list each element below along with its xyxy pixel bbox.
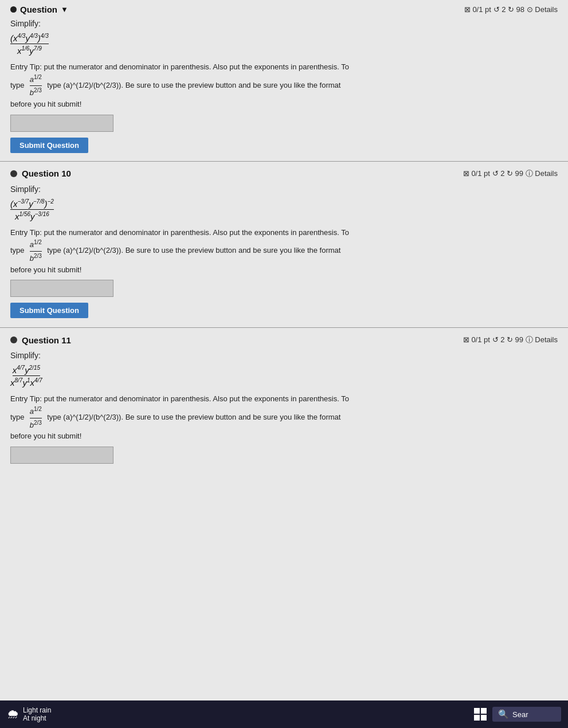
taskbar-right: 🔍 Sear — [474, 707, 561, 722]
submit-button-partial[interactable]: Submit Question — [10, 138, 88, 153]
math-expression: (x4/3y4/3)4/3 x1/6y7/9 — [10, 33, 558, 56]
fraction-11: x4/7y2/15 x8/7y1x4/7 — [10, 365, 42, 388]
numerator-11: x4/7y2/15 — [13, 365, 40, 376]
fraction-10: (x−3/7y−7/8)−2 x1/56y−3/16 — [10, 198, 54, 221]
answer-input-10[interactable] — [10, 280, 113, 297]
weather-widget: 🌧 Light rain At night — [7, 706, 51, 722]
search-icon: 🔍 — [498, 709, 509, 719]
fraction: (x4/3y4/3)4/3 x1/6y7/9 — [10, 33, 49, 56]
partial-title-text: Question — [20, 5, 57, 14]
question10-block: Question 10 ⊠ 0/1 pt ↺ 2 ↻ 99 ⓘ Details … — [0, 162, 568, 328]
chevron-down-icon[interactable]: ▼ — [61, 5, 68, 14]
bullet-dot-10 — [10, 170, 17, 177]
bullet-dot — [10, 6, 17, 13]
inline-fraction-11: a1/2 b2/3 — [30, 405, 42, 431]
partial-question-title: Question ▼ — [10, 5, 68, 14]
taskbar-left: 🌧 Light rain At night — [7, 706, 51, 722]
bullet-dot-11 — [10, 336, 17, 343]
simplify-label-11: Simplify: — [10, 351, 558, 360]
partial-question-meta: ⊠ 0/1 pt ↺ 2 ↻ 98 ⊙ Details — [464, 5, 558, 14]
submit-button-10[interactable]: Submit Question — [10, 303, 88, 318]
inline-fraction: a1/2 b2/3 — [30, 73, 42, 99]
simplify-label-10: Simplify: — [10, 185, 558, 194]
simplify-label: Simplify: — [10, 19, 558, 28]
entry-tip-11: Entry Tip: put the numerator and denomin… — [10, 393, 558, 442]
windows-icon[interactable] — [474, 708, 487, 721]
question10-header: Question 10 ⊠ 0/1 pt ↺ 2 ↻ 99 ⓘ Details — [10, 169, 558, 179]
weather-text: Light rain At night — [23, 706, 51, 722]
question11-meta: ⊠ 0/1 pt ↺ 2 ↻ 99 ⓘ Details — [463, 335, 558, 345]
partial-question-block: Question ▼ ⊠ 0/1 pt ↺ 2 ↻ 98 ⊙ Details S… — [0, 0, 568, 162]
denominator-11: x8/7y1x4/7 — [10, 377, 42, 388]
entry-tip: Entry Tip: put the numerator and denomin… — [10, 61, 558, 110]
question11-title: Question 11 — [10, 335, 71, 345]
question11-block: Question 11 ⊠ 0/1 pt ↺ 2 ↻ 99 ⓘ Details … — [0, 328, 568, 479]
numerator: (x4/3y4/3)4/3 — [10, 33, 49, 44]
denominator-10: x1/56y−3/16 — [15, 210, 49, 221]
entry-tip-10: Entry Tip: put the numerator and denomin… — [10, 227, 558, 276]
numerator-10: (x−3/7y−7/8)−2 — [10, 198, 54, 210]
partial-question-header: Question ▼ ⊠ 0/1 pt ↺ 2 ↻ 98 ⊙ Details — [10, 5, 558, 14]
search-label: Sear — [512, 710, 528, 719]
search-bar[interactable]: 🔍 Sear — [492, 707, 561, 722]
inline-fraction-10: a1/2 b2/3 — [30, 238, 42, 264]
question11-header: Question 11 ⊠ 0/1 pt ↺ 2 ↻ 99 ⓘ Details — [10, 335, 558, 345]
weather-icon: 🌧 — [7, 707, 19, 722]
taskbar: 🌧 Light rain At night 🔍 Sear — [0, 700, 568, 728]
answer-input-partial[interactable] — [10, 115, 113, 132]
math-expression-10: (x−3/7y−7/8)−2 x1/56y−3/16 — [10, 198, 558, 221]
math-expression-11: x4/7y2/15 x8/7y1x4/7 — [10, 365, 558, 388]
denominator: x1/6y7/9 — [17, 45, 42, 56]
weather-line1: Light rain — [23, 706, 51, 714]
question10-title: Question 10 — [10, 169, 71, 178]
question10-meta: ⊠ 0/1 pt ↺ 2 ↻ 99 ⓘ Details — [463, 169, 558, 179]
weather-line2: At night — [23, 714, 51, 722]
answer-input-11[interactable] — [10, 447, 113, 464]
